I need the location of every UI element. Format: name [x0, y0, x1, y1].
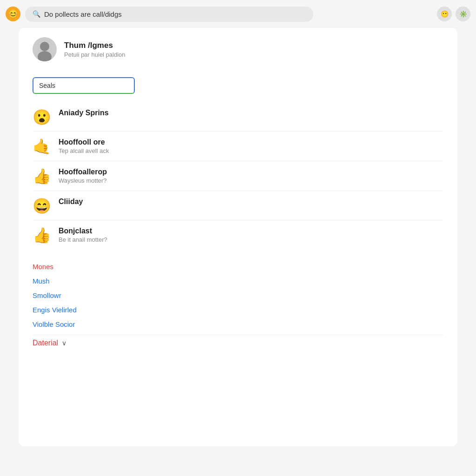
list-item: 👍 Hooffoallerop Waysleus motter?	[33, 161, 443, 191]
list-item: 😮 Aniady Sprins	[33, 102, 443, 132]
icon-face[interactable]: 😶	[437, 7, 452, 21]
seals-input[interactable]	[33, 77, 135, 94]
list-item: 👍 Bonjclast Be it anail motter?	[33, 220, 443, 250]
daterial-label: Daterial	[33, 339, 58, 347]
emoji-laughing: 😄	[33, 198, 51, 213]
emoji-thumbsup2: 👍	[33, 228, 51, 243]
list-section: 😮 Aniady Sprins 🤙 Hooffooll ore Tep alca…	[33, 102, 443, 250]
search-bar[interactable]: 🔍 Do pollects are call/didgs	[25, 7, 313, 22]
emoji-surprised: 😮	[33, 110, 51, 125]
item-title: Hooffooll ore	[59, 138, 109, 146]
link-smollowr[interactable]: Smollowr	[33, 291, 443, 299]
divider	[33, 335, 443, 335]
item-title: Aniady Sprins	[59, 109, 109, 117]
link-violble[interactable]: Violble Socior	[33, 320, 443, 328]
search-icon: 🔍	[33, 10, 40, 18]
main-panel: Thum /lgmes Petuii par huiel paldion 😮 A…	[19, 28, 457, 446]
list-item: 😄 Cliiday	[33, 191, 443, 220]
top-right-icons: 😶 ✳️	[437, 7, 470, 21]
list-item: 🤙 Hooffooll ore Tep alcail avell ack	[33, 132, 443, 161]
links-section: Mones Mush Smollowr Engis Vielirled Viol…	[33, 259, 443, 347]
chevron-down-icon: ∨	[62, 339, 66, 347]
item-title: Hooffoallerop	[59, 168, 107, 176]
item-subtitle: Be it anail motter?	[59, 236, 107, 243]
item-title: Bonjclast	[59, 227, 107, 235]
user-name: Thum /lgmes	[64, 41, 126, 50]
emoji-callme: 🤙	[33, 139, 51, 154]
app-container: 😊 🔍 Do pollects are call/didgs 😶 ✳️	[0, 0, 476, 476]
user-header: Thum /lgmes Petuii par huiel paldion	[33, 37, 443, 66]
link-engis[interactable]: Engis Vielirled	[33, 306, 443, 314]
user-subtitle: Petuii par huiel paldion	[64, 51, 126, 58]
avatar	[33, 37, 57, 61]
app-icon: 😊	[6, 7, 20, 21]
svg-point-1	[40, 42, 49, 51]
user-info: Thum /lgmes Petuii par huiel paldion	[64, 41, 126, 58]
item-subtitle: Tep alcail avell ack	[59, 147, 109, 154]
icon-dots[interactable]: ✳️	[456, 7, 470, 21]
link-mones[interactable]: Mones	[33, 263, 443, 271]
item-title: Cliiday	[59, 198, 83, 206]
item-subtitle: Waysleus motter?	[59, 177, 107, 184]
top-bar: 😊 🔍 Do pollects are call/didgs 😶 ✳️	[0, 0, 476, 28]
search-text: Do pollects are call/didgs	[44, 10, 122, 18]
seals-input-wrap	[33, 77, 443, 94]
link-mush[interactable]: Mush	[33, 277, 443, 285]
daterial-row[interactable]: Daterial ∨	[33, 339, 443, 347]
emoji-thumbsup1: 👍	[33, 169, 51, 184]
